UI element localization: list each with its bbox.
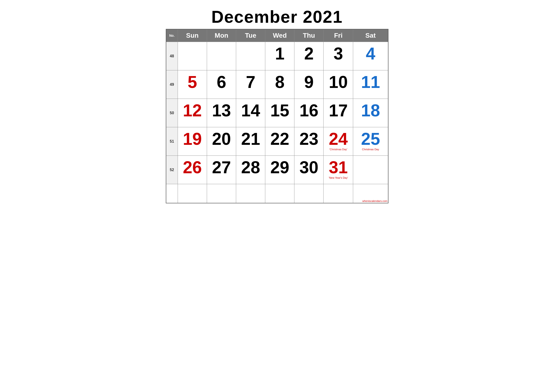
day-cell: 13: [207, 99, 236, 127]
day-number: 17: [325, 100, 352, 119]
week-row: 5012131415161718: [166, 99, 388, 127]
week-row: 51192021222324'Christmas Day'25Christmas…: [166, 127, 388, 156]
day-cell: 21: [236, 127, 265, 156]
day-number: 26: [179, 157, 206, 176]
week-row: 481234: [166, 42, 388, 70]
day-cell-empty: [178, 184, 207, 203]
day-cell: 14: [236, 99, 265, 127]
week-number: 49: [166, 70, 178, 99]
day-cell: 10: [324, 70, 353, 99]
week-row: 49567891011: [166, 70, 388, 99]
day-number: 22: [266, 128, 293, 147]
day-number: 25: [354, 128, 387, 147]
day-cell: 17: [324, 99, 353, 127]
header-mon: Mon: [207, 29, 236, 42]
day-cell: 4: [353, 42, 388, 70]
day-cell: [207, 42, 236, 70]
day-number: 18: [354, 100, 387, 119]
day-cell: 30: [294, 156, 324, 184]
week-number: 52: [166, 156, 178, 184]
week-number-empty: [166, 184, 178, 203]
header-tue: Tue: [236, 29, 265, 42]
day-number: 7: [237, 72, 264, 91]
header-row: No. Sun Mon Tue Wed Thu Fri Sat: [166, 29, 388, 42]
day-cell: 27: [207, 156, 236, 184]
header-no: No.: [166, 29, 178, 42]
day-cell-empty: [207, 184, 236, 203]
week-row: 52262728293031'New Year's Day': [166, 156, 388, 184]
header-sun: Sun: [178, 29, 207, 42]
day-cell: [178, 42, 207, 70]
day-cell: 2: [294, 42, 324, 70]
last-row: wheniscalendars.com: [166, 184, 388, 203]
day-cell: 8: [265, 70, 294, 99]
day-cell: 24'Christmas Day': [324, 127, 353, 156]
day-cell: 3: [324, 42, 353, 70]
day-number: 10: [325, 72, 352, 91]
day-cell: 6: [207, 70, 236, 99]
day-cell-empty: [294, 184, 324, 203]
day-cell: 5: [178, 70, 207, 99]
day-cell-empty: [236, 184, 265, 203]
day-number: 28: [237, 157, 264, 176]
day-number: 27: [208, 157, 235, 176]
day-number: 21: [237, 128, 264, 147]
day-cell: [353, 156, 388, 184]
watermark-cell: wheniscalendars.com: [353, 184, 388, 203]
day-cell: 28: [236, 156, 265, 184]
day-number: 3: [325, 43, 352, 62]
day-cell: 7: [236, 70, 265, 99]
day-number: 16: [296, 100, 322, 119]
day-number: 11: [354, 72, 387, 91]
day-cell: 16: [294, 99, 324, 127]
day-number: 15: [266, 100, 293, 119]
day-number: 9: [296, 72, 322, 91]
day-number: 20: [208, 128, 235, 147]
day-number: 13: [208, 100, 235, 119]
day-number: 23: [296, 128, 322, 147]
watermark: wheniscalendars.com: [353, 200, 388, 203]
day-cell: 29: [265, 156, 294, 184]
day-cell: 26: [178, 156, 207, 184]
day-cell-empty: [265, 184, 294, 203]
day-number: 5: [179, 72, 206, 91]
day-cell: 23: [294, 127, 324, 156]
day-cell: 31'New Year's Day': [324, 156, 353, 184]
day-cell: 1: [265, 42, 294, 70]
calendar-table: No. Sun Mon Tue Wed Thu Fri Sat 48123449…: [166, 29, 388, 203]
day-number: 29: [266, 157, 293, 176]
week-number: 51: [166, 127, 178, 156]
week-number: 48: [166, 42, 178, 70]
day-cell: 22: [265, 127, 294, 156]
day-cell: 12: [178, 99, 207, 127]
header-fri: Fri: [324, 29, 353, 42]
day-number: 31: [325, 157, 352, 176]
day-cell-empty: [324, 184, 353, 203]
day-cell: 11: [353, 70, 388, 99]
day-number: 2: [296, 43, 322, 62]
calendar-title: December 2021: [166, 7, 388, 27]
calendar-container: December 2021 No. Sun Mon Tue Wed Thu Fr…: [161, 5, 393, 210]
day-cell: 20: [207, 127, 236, 156]
day-number: 8: [266, 72, 293, 91]
header-sat: Sat: [353, 29, 388, 42]
day-cell: [236, 42, 265, 70]
day-cell: 19: [178, 127, 207, 156]
day-cell: 18: [353, 99, 388, 127]
day-number: 1: [266, 43, 293, 62]
day-cell: 25Christmas Day: [353, 127, 388, 156]
day-number: 4: [354, 43, 387, 62]
week-number: 50: [166, 99, 178, 127]
day-number: 30: [296, 157, 322, 176]
holiday-label: 'New Year's Day': [325, 176, 352, 179]
day-cell: 15: [265, 99, 294, 127]
day-cell: 9: [294, 70, 324, 99]
header-thu: Thu: [294, 29, 324, 42]
holiday-label: Christmas Day: [354, 148, 387, 151]
day-number: 12: [179, 100, 206, 119]
day-number: 24: [325, 128, 352, 147]
header-wed: Wed: [265, 29, 294, 42]
day-number: 14: [237, 100, 264, 119]
day-number: 19: [179, 128, 206, 147]
day-number: 6: [208, 72, 235, 91]
